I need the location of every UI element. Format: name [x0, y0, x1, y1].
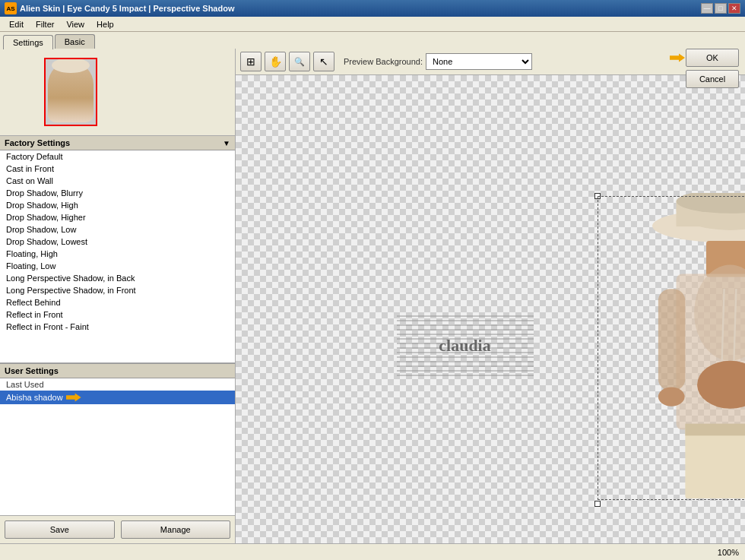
preview-area: claudia	[236, 75, 745, 543]
thumb-hat	[52, 58, 90, 73]
manage-button[interactable]: Manage	[121, 520, 231, 539]
ok-button[interactable]: OK	[686, 49, 739, 67]
ok-cancel-area: OK Cancel	[686, 49, 739, 88]
list-item[interactable]: Floating, High	[0, 248, 235, 260]
status-bar: 100%	[0, 543, 745, 560]
app-icon: AS	[5, 2, 17, 14]
list-item[interactable]: Drop Shadow, Low	[0, 223, 235, 236]
watermark-text: claudia	[439, 336, 490, 356]
factory-settings-pane: Factory Settings ▼ Factory Default Cast …	[0, 136, 235, 363]
thumb-figure	[48, 62, 94, 122]
list-item[interactable]: Reflect in Front	[0, 308, 235, 321]
menu-help[interactable]: Help	[90, 18, 120, 30]
save-button[interactable]: Save	[5, 520, 115, 539]
list-item[interactable]: Factory Default	[0, 150, 235, 163]
factory-list[interactable]: Factory Default Cast in Front Cast on Wa…	[0, 150, 235, 362]
left-panel: Factory Settings ▼ Factory Default Cast …	[0, 49, 236, 543]
factory-scroll-indicator: ▼	[223, 139, 230, 147]
pan-button[interactable]: ✋	[265, 52, 286, 71]
menu-filter[interactable]: Filter	[30, 18, 60, 30]
list-item[interactable]: Long Perspective Shadow, in Front	[0, 284, 235, 296]
close-button[interactable]: ✕	[728, 3, 740, 14]
preview-bg-label: Preview Background:	[344, 57, 423, 66]
list-item[interactable]: Cast on Wall	[0, 175, 235, 187]
tab-basic[interactable]: Basic	[55, 34, 95, 49]
watermark-overlay: claudia	[397, 315, 534, 376]
pan-icon: ✋	[269, 55, 282, 68]
zoom-in-button[interactable]: 🔍	[289, 52, 310, 71]
title-bar: AS Alien Skin | Eye Candy 5 Impact | Per…	[0, 0, 745, 17]
list-item[interactable]: Drop Shadow, Blurry	[0, 187, 235, 199]
zoom-fit-icon: ⊞	[246, 55, 255, 68]
menu-bar: Edit Filter View Help	[0, 17, 745, 32]
list-item[interactable]: Long Perspective Shadow, in Back	[0, 272, 235, 284]
thumbnail-area	[0, 49, 235, 136]
right-panel: OK Cancel ⊞ ✋ 🔍 ↖ Preview Background: No…	[236, 49, 745, 543]
maximize-button[interactable]: □	[715, 3, 727, 14]
select-button[interactable]: ↖	[313, 52, 334, 71]
thumbnail-preview	[44, 58, 97, 126]
factory-settings-label: Factory Settings	[5, 138, 70, 147]
cancel-button[interactable]: Cancel	[686, 70, 739, 88]
bottom-buttons: Save Manage	[0, 515, 235, 543]
list-item[interactable]: Cast in Front	[0, 163, 235, 175]
zoom-in-icon: 🔍	[294, 57, 305, 67]
select-icon: ↖	[319, 55, 328, 68]
preview-bg-dropdown[interactable]: None White Black Custom	[426, 53, 532, 70]
figure-svg	[599, 193, 745, 505]
window-title: Alien Skin | Eye Candy 5 Impact | Perspe…	[20, 4, 701, 13]
user-settings-header: User Settings	[0, 363, 235, 378]
menu-edit[interactable]: Edit	[3, 18, 30, 30]
svg-rect-14	[685, 427, 745, 499]
window-controls: — □ ✕	[701, 3, 740, 14]
toolbar: ⊞ ✋ 🔍 ↖ Preview Background: None White B…	[236, 49, 745, 75]
user-settings-pane: User Settings Last Used Abisha shadow	[0, 363, 235, 515]
user-list-item-selected[interactable]: Abisha shadow	[0, 391, 235, 404]
minimize-button[interactable]: —	[701, 3, 713, 14]
svg-rect-15	[685, 424, 745, 436]
factory-settings-header: Factory Settings ▼	[0, 136, 235, 150]
user-settings-label: User Settings	[5, 366, 59, 375]
list-item[interactable]: Reflect in Front - Faint	[0, 321, 235, 333]
svg-rect-10	[658, 289, 685, 391]
selected-item-label: Abisha shadow	[6, 393, 63, 402]
zoom-fit-button[interactable]: ⊞	[240, 52, 262, 71]
arrow-icon	[66, 392, 81, 403]
tabs-bar: Settings Basic	[0, 32, 745, 49]
last-used-label: Last Used	[0, 378, 235, 391]
list-item[interactable]: Drop Shadow, Higher	[0, 211, 235, 223]
list-item[interactable]: Drop Shadow, Lowest	[0, 236, 235, 248]
list-item[interactable]: Drop Shadow, High	[0, 199, 235, 211]
main-content: Factory Settings ▼ Factory Default Cast …	[0, 49, 745, 543]
zoom-level: 100%	[718, 548, 739, 557]
list-item[interactable]: Reflect Behind	[0, 296, 235, 308]
list-item[interactable]: Floating, Low	[0, 260, 235, 272]
svg-point-12	[658, 387, 685, 406]
user-list[interactable]: Last Used Abisha shadow	[0, 378, 235, 515]
menu-view[interactable]: View	[60, 18, 90, 30]
tab-settings[interactable]: Settings	[3, 35, 53, 49]
